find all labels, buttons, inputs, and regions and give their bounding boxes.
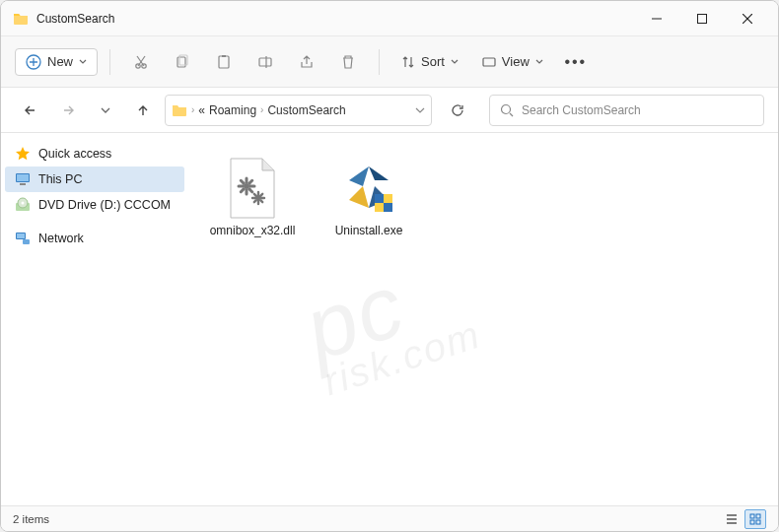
svg-rect-22 (20, 183, 26, 185)
sort-button[interactable]: Sort (391, 49, 468, 74)
chevron-down-icon (101, 105, 110, 115)
minimize-button[interactable] (634, 1, 679, 36)
sidebar-item-label: DVD Drive (D:) CCCOM (38, 198, 171, 212)
titlebar: CustomSearch (1, 1, 778, 36)
file-label: omnibox_x32.dll (210, 224, 296, 237)
icons-view-button[interactable] (744, 509, 766, 529)
chevron-right-icon: › (191, 104, 194, 115)
sidebar-item-quick-access[interactable]: Quick access (5, 141, 184, 166)
arrow-up-icon (136, 103, 150, 117)
network-icon (15, 231, 31, 246)
paste-icon (216, 54, 232, 70)
file-label: Uninstall.exe (335, 224, 403, 237)
svg-rect-34 (756, 520, 760, 524)
svg-rect-33 (750, 520, 754, 524)
body: Quick access This PC DVD Drive (D:) CCCO… (1, 133, 778, 505)
svg-rect-1 (698, 14, 707, 23)
svg-line-19 (510, 113, 513, 116)
list-icon (726, 513, 738, 525)
separator (379, 49, 380, 75)
up-button[interactable] (127, 95, 159, 126)
paste-button[interactable] (205, 44, 243, 80)
sidebar: Quick access This PC DVD Drive (D:) CCCO… (1, 133, 188, 505)
sidebar-item-label: Quick access (38, 147, 111, 161)
sidebar-item-network[interactable]: Network (5, 226, 184, 251)
address-bar[interactable]: › « Roaming › CustomSearch (165, 95, 432, 126)
svg-point-18 (502, 104, 511, 113)
disc-icon (15, 197, 31, 213)
svg-rect-31 (750, 514, 754, 518)
share-button[interactable] (288, 44, 325, 80)
share-icon (299, 54, 315, 70)
view-button-label: View (502, 54, 530, 69)
svg-rect-28 (23, 239, 30, 244)
file-item-dll[interactable]: omnibox_x32.dll (198, 143, 307, 251)
sidebar-item-dvd-drive[interactable]: DVD Drive (D:) CCCOM (5, 192, 184, 218)
close-icon (743, 14, 752, 24)
refresh-icon (451, 103, 464, 117)
close-button[interactable] (725, 1, 770, 36)
search-icon (500, 103, 514, 117)
cut-button[interactable] (122, 44, 160, 80)
maximize-icon (697, 14, 707, 24)
svg-rect-17 (483, 58, 495, 66)
copy-icon (175, 54, 190, 70)
new-button[interactable]: New (15, 48, 98, 76)
breadcrumb-segment[interactable]: CustomSearch (267, 103, 345, 117)
arrow-left-icon (24, 103, 37, 117)
delete-button[interactable] (329, 44, 367, 80)
search-input[interactable] (522, 103, 753, 117)
toolbar: New Sort View (1, 36, 778, 88)
file-explorer-window: CustomSearch New (0, 0, 779, 532)
ellipsis-icon: ••• (564, 53, 587, 71)
forward-button[interactable] (52, 95, 84, 126)
refresh-button[interactable] (442, 95, 473, 126)
maximize-button[interactable] (679, 1, 725, 36)
star-icon (15, 146, 31, 162)
dll-file-icon (221, 157, 284, 220)
sort-icon (401, 55, 415, 69)
sidebar-item-label: This PC (38, 172, 82, 186)
breadcrumb-segment[interactable]: Roaming (209, 103, 256, 117)
chevron-down-icon (535, 58, 543, 66)
exe-uninstaller-icon (337, 157, 400, 220)
more-button[interactable]: ••• (557, 44, 595, 80)
back-button[interactable] (15, 95, 46, 126)
svg-point-25 (22, 202, 25, 205)
navbar: › « Roaming › CustomSearch (1, 88, 778, 133)
copy-button[interactable] (164, 44, 201, 80)
rename-icon (257, 54, 273, 70)
search-box[interactable] (489, 95, 764, 126)
folder-icon (13, 11, 29, 27)
view-toggle (721, 509, 766, 529)
view-button[interactable]: View (472, 49, 553, 74)
file-list[interactable]: omnibox_x32.dll (188, 133, 778, 505)
cut-icon (133, 54, 149, 70)
recent-button[interactable] (90, 95, 121, 126)
file-item-exe[interactable]: Uninstall.exe (315, 143, 423, 251)
plus-circle-icon (26, 54, 41, 70)
svg-rect-27 (17, 233, 25, 238)
sidebar-item-label: Network (38, 232, 84, 245)
chevron-down-icon[interactable] (415, 105, 425, 115)
sidebar-item-this-pc[interactable]: This PC (5, 166, 184, 192)
svg-rect-21 (17, 174, 29, 181)
item-count: 2 items (13, 513, 49, 525)
details-view-button[interactable] (721, 509, 743, 529)
monitor-icon (15, 171, 31, 187)
statusbar: 2 items (1, 505, 778, 531)
breadcrumb-ellipsis[interactable]: « (198, 103, 205, 117)
minimize-icon (652, 14, 662, 24)
rename-button[interactable] (247, 44, 284, 80)
breadcrumb: « Roaming › CustomSearch (198, 103, 345, 117)
svg-rect-15 (259, 58, 271, 66)
chevron-right-icon: › (260, 104, 263, 115)
svg-rect-32 (756, 514, 760, 518)
chevron-down-icon (451, 58, 459, 66)
grid-icon (749, 513, 761, 525)
trash-icon (340, 54, 356, 70)
svg-rect-14 (222, 55, 226, 57)
arrow-right-icon (61, 103, 75, 117)
window-title: CustomSearch (36, 12, 114, 26)
svg-line-9 (138, 56, 145, 66)
